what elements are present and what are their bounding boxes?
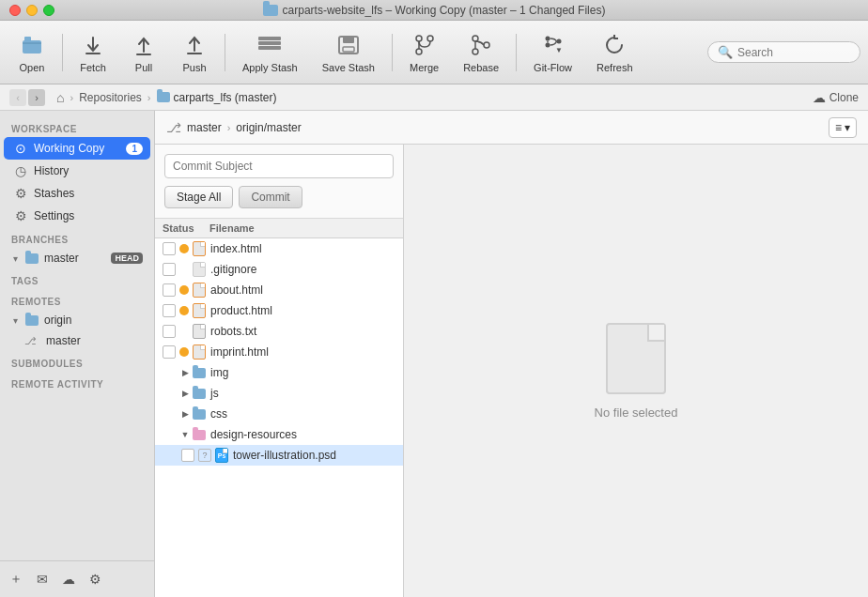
push-button[interactable]: Push [170, 26, 219, 79]
search-box[interactable]: 🔍 [707, 41, 860, 63]
svg-point-16 [473, 49, 478, 54]
svg-point-17 [484, 42, 489, 48]
clone-button[interactable]: ☁ Clone [813, 90, 859, 105]
apply-stash-icon [256, 32, 283, 58]
cloud-footer-button[interactable]: ☁ [58, 569, 79, 589]
apply-stash-button[interactable]: Apply Stash [231, 26, 309, 79]
clone-label: Clone [829, 91, 859, 104]
folder-row-design-resources[interactable]: ▼ design-resources [155, 424, 403, 445]
git-flow-button[interactable]: ▼ Git-Flow [522, 26, 583, 79]
svg-rect-0 [23, 40, 41, 54]
folder-row-img[interactable]: ▶ img [155, 362, 403, 383]
file-row-imprint-html[interactable]: imprint.html [155, 342, 403, 362]
sidebar-item-history[interactable]: ◷ History [4, 160, 150, 182]
open-button[interactable]: Open [8, 26, 56, 79]
gear-footer-button[interactable]: ⚙ [85, 569, 105, 589]
pull-label: Pull [135, 62, 152, 73]
file-row-robots-txt[interactable]: robots.txt [155, 321, 403, 342]
close-button[interactable] [9, 5, 21, 16]
open-icon [19, 32, 45, 58]
status-question-tower: ? [198, 449, 211, 462]
file-list: index.html .gitignore about.ht [155, 238, 403, 597]
tags-section-header: Tags [0, 268, 154, 289]
foldername-css: css [210, 407, 227, 421]
folder-expand-img[interactable]: ▶ [179, 367, 191, 378]
status-dot-robots [179, 327, 189, 336]
file-row-index-html[interactable]: index.html [155, 238, 403, 259]
folder-expand-css[interactable]: ▶ [179, 408, 191, 420]
svg-text:▼: ▼ [555, 46, 563, 54]
history-icon: ◷ [13, 163, 28, 178]
search-input[interactable] [737, 46, 850, 59]
folder-row-css[interactable]: ▶ css [155, 404, 403, 424]
file-checkbox-robots[interactable] [163, 325, 176, 338]
save-stash-button[interactable]: Save Stash [311, 26, 386, 79]
svg-point-21 [556, 38, 561, 43]
forward-button[interactable]: › [28, 89, 45, 106]
pull-button[interactable]: Pull [119, 26, 168, 79]
branch-origin: origin/master [236, 121, 301, 134]
refresh-icon [601, 32, 628, 58]
sidebar-item-master[interactable]: ▾ master HEAD [4, 248, 150, 268]
repo-folder-icon [157, 92, 170, 102]
file-checkbox-imprint[interactable] [163, 345, 176, 359]
back-button[interactable]: ‹ [9, 89, 26, 106]
file-row-product-html[interactable]: product.html [155, 300, 403, 321]
filename-product: product.html [210, 304, 272, 317]
settings-icon: ⚙ [13, 208, 28, 223]
traffic-lights[interactable] [9, 5, 54, 16]
repositories-breadcrumb[interactable]: Repositories [79, 91, 142, 104]
maximize-button[interactable] [43, 5, 54, 16]
file-checkbox-gitignore[interactable] [163, 263, 176, 276]
sidebar-item-working-copy[interactable]: ⊙ Working Copy 1 [4, 137, 150, 160]
file-checkbox-tower[interactable] [181, 449, 194, 462]
repositories-label: Repositories [79, 91, 142, 104]
home-icon[interactable]: ⌂ [56, 90, 64, 105]
no-file-text: No file selected [595, 406, 678, 420]
fetch-button[interactable]: Fetch [69, 26, 117, 79]
commit-button[interactable]: Commit [239, 186, 302, 208]
status-dot-gitignore [179, 265, 189, 274]
rebase-button[interactable]: Rebase [452, 26, 510, 79]
file-row-tower-psd[interactable]: ? Ps tower-illustration.psd [155, 445, 403, 466]
folder-icon-img [193, 368, 206, 378]
sidebar-item-settings[interactable]: ⚙ Settings [4, 205, 150, 227]
merge-button[interactable]: Merge [398, 26, 450, 79]
file-icon-about [193, 283, 206, 298]
minimize-button[interactable] [26, 5, 38, 16]
commit-area: Stage All Commit [155, 145, 403, 219]
filename-robots: robots.txt [210, 325, 256, 338]
branch-menu-button[interactable]: ≡ ▾ [829, 117, 857, 138]
sidebar-item-stashes[interactable]: ⚙ Stashes [4, 182, 150, 205]
filename-imprint: imprint.html [210, 345, 269, 359]
working-copy-label: Working Copy [34, 142, 120, 155]
file-row-about-html[interactable]: about.html [155, 280, 403, 300]
svg-point-20 [545, 42, 550, 47]
svg-rect-9 [343, 37, 354, 43]
current-repo-breadcrumb[interactable]: carparts_lfs (master) [157, 91, 277, 104]
file-row-gitignore[interactable]: .gitignore [155, 259, 403, 280]
merge-icon [411, 32, 438, 58]
commit-subject-input[interactable] [164, 154, 394, 178]
refresh-button[interactable]: Refresh [585, 26, 644, 79]
sidebar-item-origin[interactable]: ▾ origin [4, 310, 150, 330]
cloud-icon: ☁ [813, 90, 826, 105]
add-button[interactable]: ＋ [6, 569, 26, 589]
sidebar-item-origin-master[interactable]: ⎇ master [4, 330, 150, 351]
branch-arrow: › [227, 122, 231, 133]
folder-expand-js[interactable]: ▶ [179, 388, 191, 399]
file-checkbox-product[interactable] [163, 304, 176, 317]
folder-expand-design-resources[interactable]: ▼ [179, 429, 191, 440]
title-bar: carparts-website_lfs – Working Copy (mas… [0, 0, 868, 21]
mail-button[interactable]: ✉ [32, 569, 53, 589]
apply-stash-label: Apply Stash [242, 62, 298, 73]
toolbar-sep-1 [62, 34, 63, 71]
folder-row-js[interactable]: ▶ js [155, 383, 403, 404]
svg-point-19 [545, 36, 550, 40]
status-dot-about [179, 285, 189, 295]
no-file-icon [606, 323, 666, 394]
branch-name: master [187, 121, 222, 134]
file-checkbox-index[interactable] [163, 242, 176, 255]
file-checkbox-about[interactable] [163, 283, 176, 297]
stage-all-button[interactable]: Stage All [164, 186, 233, 208]
